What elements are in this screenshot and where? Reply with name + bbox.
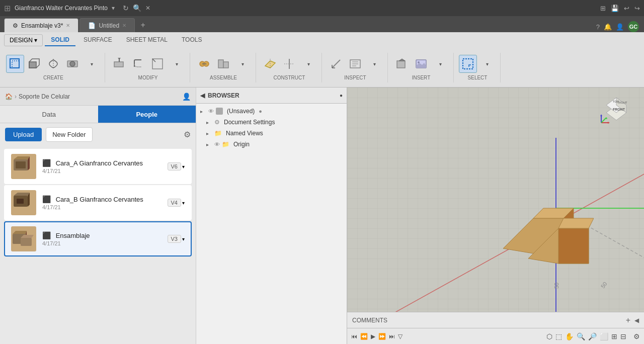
create-hole-btn[interactable]	[63, 55, 82, 73]
browser-collapse-icon[interactable]: ◀	[200, 92, 205, 99]
modify-more-btn[interactable]: ▾	[168, 55, 186, 73]
browser-tree-item-unsaved[interactable]: ▸ 👁 (Unsaved) ●	[196, 106, 347, 117]
file-date-cara-a: 4/17/21	[42, 168, 168, 174]
playback-end-icon[interactable]: ⏭	[389, 333, 395, 340]
inspect-measure-btn[interactable]	[327, 55, 345, 73]
construct-plane-btn[interactable]	[261, 55, 279, 73]
insert-derive-btn[interactable]	[393, 55, 411, 73]
inspect-dropdown[interactable]: ▾	[365, 55, 383, 73]
close-icon[interactable]: ✕	[145, 5, 150, 12]
origin-visibility-icon[interactable]: 👁	[214, 141, 220, 147]
insert-dropdown[interactable]: ▾	[431, 55, 449, 73]
file-icon-cara-a: ⬛	[42, 159, 51, 167]
status-display-icon[interactable]: ⬜	[600, 332, 608, 340]
doc-settings-label: Document Settings	[224, 119, 275, 126]
new-tab-button[interactable]: +	[136, 18, 150, 32]
browser-tree-item-doc-settings[interactable]: ▸ ⚙ Document Settings	[196, 117, 347, 128]
upload-button[interactable]: Upload	[5, 128, 42, 141]
doc-settings-expand-icon[interactable]: ▸	[206, 120, 212, 125]
viewport-content[interactable]: 50 100 150 200 50	[347, 88, 644, 312]
redo-icon[interactable]: ↪	[634, 5, 640, 12]
modify-fillet-btn[interactable]	[129, 55, 147, 73]
select-btn[interactable]	[459, 55, 477, 73]
create-box-btn[interactable]	[6, 55, 24, 73]
create-extrude-btn[interactable]	[25, 55, 43, 73]
refresh-icon[interactable]: ↻	[123, 4, 129, 12]
playback-prev-icon[interactable]: ⏪	[360, 333, 368, 340]
inspect-more-btn[interactable]	[346, 55, 364, 73]
unsaved-settings-icon[interactable]: ●	[259, 108, 262, 114]
tab-ensamblaje[interactable]: ⚙ Ensamblaje v3* ✕	[4, 18, 78, 32]
status-box-icon[interactable]: ⬚	[555, 332, 562, 340]
file-version-cara-a[interactable]: V6	[168, 162, 181, 170]
status-snap-icon[interactable]: ⬡	[546, 332, 552, 340]
sidebar-tab-people[interactable]: People	[98, 106, 196, 123]
playback-filter-icon[interactable]: ▽	[398, 333, 403, 340]
modify-chamfer-btn[interactable]	[148, 55, 167, 73]
toolbar-tab-tools[interactable]: TOOLS	[176, 34, 208, 46]
view-cube[interactable]: FRONT RIGHT TOP	[599, 93, 634, 128]
tab-ensamblaje-close[interactable]: ✕	[66, 23, 70, 28]
browser-tree-item-origin[interactable]: ▸ 👁 📁 Origin	[196, 139, 347, 150]
app-grid-icon[interactable]: ⊞	[4, 4, 11, 13]
breadcrumb-settings-icon[interactable]: 👤	[182, 93, 191, 101]
modify-press-pull-btn[interactable]	[110, 55, 128, 73]
svg-text:50: 50	[553, 283, 559, 289]
sidebar-tab-data[interactable]: Data	[0, 106, 98, 123]
new-folder-button[interactable]: New Folder	[46, 127, 92, 142]
assemble-joint-btn[interactable]	[195, 55, 213, 73]
file-version-dropdown-cara-b[interactable]: ▾	[182, 200, 185, 206]
file-version-dropdown-cara-a[interactable]: ▾	[182, 164, 185, 169]
insert-image-btn[interactable]	[412, 55, 430, 73]
playback-start-icon[interactable]: ⏮	[351, 333, 357, 340]
tab-untitled[interactable]: 📄 Untitled ✕	[79, 18, 135, 32]
notifications-icon[interactable]: 🔔	[604, 23, 612, 31]
file-version-ensamblaje[interactable]: V3	[168, 235, 181, 243]
toolbar-tab-solid[interactable]: SOLID	[45, 34, 75, 46]
user-avatar[interactable]: GC	[628, 21, 639, 32]
undo-icon[interactable]: ↩	[624, 5, 629, 12]
file-item-cara-a[interactable]: ⬛ Cara_A Gianfranco Cervantes 4/17/21 V6…	[4, 149, 192, 184]
playback-play-icon[interactable]: ▶	[371, 333, 375, 340]
named-views-expand-icon[interactable]: ▸	[206, 131, 212, 136]
toolbar-tab-sheetmetal[interactable]: SHEET METAL	[120, 34, 174, 46]
origin-expand-icon[interactable]: ▸	[206, 142, 212, 147]
status-pan-icon[interactable]: ✋	[565, 332, 574, 340]
assemble-more-btn[interactable]	[214, 55, 232, 73]
comments-collapse-icon[interactable]: ◀	[634, 317, 639, 324]
playback-next-icon[interactable]: ⏩	[378, 333, 386, 340]
construct-axis-btn[interactable]	[280, 55, 298, 73]
toolbar-tab-surface[interactable]: SURFACE	[77, 34, 118, 46]
status-more-icon[interactable]: ⊟	[620, 332, 626, 340]
unsaved-expand-icon[interactable]: ▸	[200, 109, 206, 114]
status-grid-icon[interactable]: ⊞	[611, 332, 617, 340]
status-zoom-icon[interactable]: 🔍	[577, 332, 585, 340]
create-revolve-btn[interactable]	[44, 55, 62, 73]
design-button[interactable]: DESIGN ▾	[4, 34, 43, 46]
assemble-dropdown[interactable]: ▾	[233, 55, 252, 73]
browser-tree-item-named-views[interactable]: ▸ 📁 Named Views	[196, 128, 347, 139]
user-icon[interactable]: 👤	[616, 23, 624, 31]
comments-add-icon[interactable]: +	[626, 316, 630, 325]
user-chevron-icon[interactable]: ▾	[112, 5, 115, 12]
file-item-ensamblaje[interactable]: ⬛ Ensamblaje 4/17/21 V3 ▾	[4, 221, 192, 256]
browser-dot-icon[interactable]: ●	[340, 93, 343, 98]
help-icon[interactable]: ?	[596, 23, 600, 31]
status-zoom2-icon[interactable]: 🔎	[588, 332, 597, 340]
visibility-icon[interactable]: 👁	[208, 108, 214, 114]
sidebar-settings-icon[interactable]: ⚙	[184, 130, 191, 139]
tab-untitled-close[interactable]: ✕	[122, 23, 126, 28]
svg-rect-0	[10, 59, 19, 68]
select-dropdown[interactable]: ▾	[478, 55, 496, 73]
apps-icon[interactable]: ⊞	[600, 5, 606, 12]
status-settings-icon[interactable]: ⚙	[633, 332, 640, 340]
file-version-dropdown-ensamblaje[interactable]: ▾	[182, 236, 185, 242]
home-icon[interactable]: 🏠	[5, 93, 13, 100]
file-version-cara-b[interactable]: V4	[168, 199, 181, 207]
save-icon[interactable]: 💾	[611, 5, 619, 12]
search-icon[interactable]: 🔍	[133, 4, 141, 12]
create-more-btn[interactable]: ▾	[83, 55, 101, 73]
file-icon-cara-b: ⬛	[42, 195, 51, 203]
construct-dropdown[interactable]: ▾	[299, 55, 317, 73]
file-item-cara-b[interactable]: ⬛ Cara_B Gianfranco Cervantes 4/17/21 V4…	[4, 185, 192, 220]
